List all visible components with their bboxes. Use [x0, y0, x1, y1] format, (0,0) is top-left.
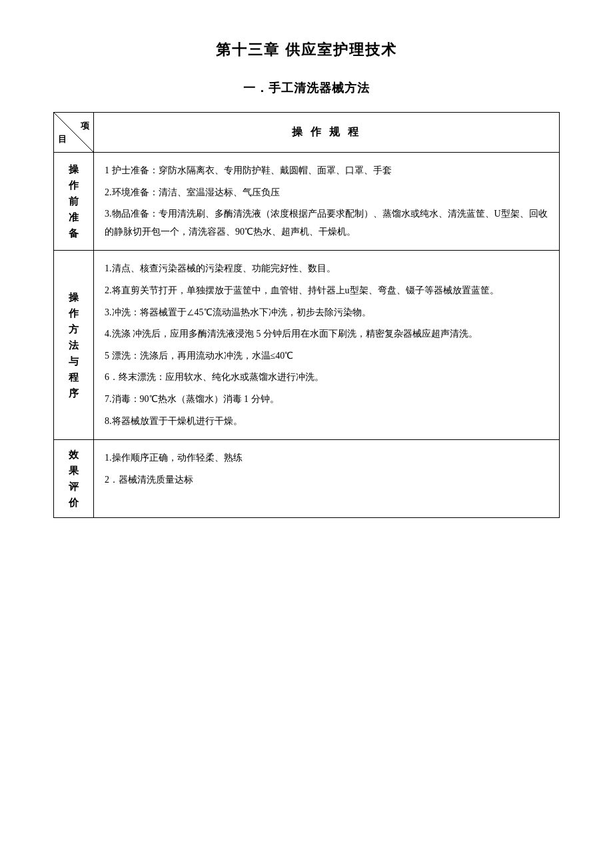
row-label-2: 效果评价 — [54, 440, 94, 518]
label-char: 果 — [57, 463, 91, 479]
content-line: 8.将器械放置于干燥机进行干燥。 — [105, 413, 548, 431]
row-label-1: 操作方法与程序 — [54, 251, 94, 440]
label-char: 方 — [57, 321, 91, 337]
row-label-0: 操作前准备 — [54, 153, 94, 251]
label-char: 法 — [57, 337, 91, 353]
header-bottom-label: 目 — [58, 131, 67, 147]
label-char: 操 — [57, 289, 91, 305]
label-char: 备 — [57, 225, 91, 241]
content-line: 2．器械清洗质量达标 — [105, 471, 548, 489]
row-content-0: 1 护士准备：穿防水隔离衣、专用防护鞋、戴圆帽、面罩、口罩、手套2.环境准备：清… — [94, 153, 560, 251]
label-char: 准 — [57, 209, 91, 225]
label-char: 作 — [57, 305, 91, 321]
content-line: 1.操作顺序正确，动作轻柔、熟练 — [105, 449, 548, 467]
header-diagonal-cell: 项 目 — [54, 113, 94, 153]
label-char: 程 — [57, 369, 91, 385]
section-title: 一．手工清洗器械方法 — [53, 80, 560, 96]
content-line: 3.冲洗：将器械置于∠45℃流动温热水下冲洗，初步去除污染物。 — [105, 304, 548, 322]
label-char: 价 — [57, 495, 91, 511]
content-line: 2.环境准备：清洁、室温湿达标、气压负压 — [105, 184, 548, 202]
header-operation-col: 操 作 规 程 — [94, 113, 560, 153]
label-char: 效 — [57, 447, 91, 463]
label-char: 前 — [57, 193, 91, 209]
label-char: 与 — [57, 353, 91, 369]
row-content-2: 1.操作顺序正确，动作轻柔、熟练2．器械清洗质量达标 — [94, 440, 560, 518]
page-title: 第十三章 供应室护理技术 — [53, 40, 560, 60]
content-line: 6．终末漂洗：应用软水、纯化水或蒸馏水进行冲洗。 — [105, 369, 548, 387]
row-content-1: 1.清点、核查污染器械的污染程度、功能完好性、数目。2.将直剪关节打开，单独摆放… — [94, 251, 560, 440]
main-table: 项 目 操 作 规 程 操作前准备1 护士准备：穿防水隔离衣、专用防护鞋、戴圆帽… — [53, 112, 560, 518]
content-line: 3.物品准备：专用清洗刷、多酶清洗液（浓度根据产品要求配制）、蒸馏水或纯水、清洗… — [105, 205, 548, 241]
label-char: 序 — [57, 385, 91, 401]
label-char: 评 — [57, 479, 91, 495]
content-line: 7.消毒：90℃热水（蒸馏水）消毒 1 分钟。 — [105, 391, 548, 409]
content-line: 2.将直剪关节打开，单独摆放于蓝筐中，血管钳、持针器上u型架、弯盘、镊子等器械放… — [105, 282, 548, 300]
content-line: 1 护士准备：穿防水隔离衣、专用防护鞋、戴圆帽、面罩、口罩、手套 — [105, 162, 548, 180]
content-line: 4.洗涤 冲洗后，应用多酶清洗液浸泡 5 分钟后用在水面下刷洗，精密复杂器械应超… — [105, 325, 548, 343]
content-line: 5 漂洗：洗涤后，再用流动水冲洗，水温≤40℃ — [105, 347, 548, 365]
header-top-label: 项 — [81, 118, 89, 133]
label-char: 操 — [57, 161, 91, 177]
label-char: 作 — [57, 177, 91, 193]
content-line: 1.清点、核查污染器械的污染程度、功能完好性、数目。 — [105, 260, 548, 278]
